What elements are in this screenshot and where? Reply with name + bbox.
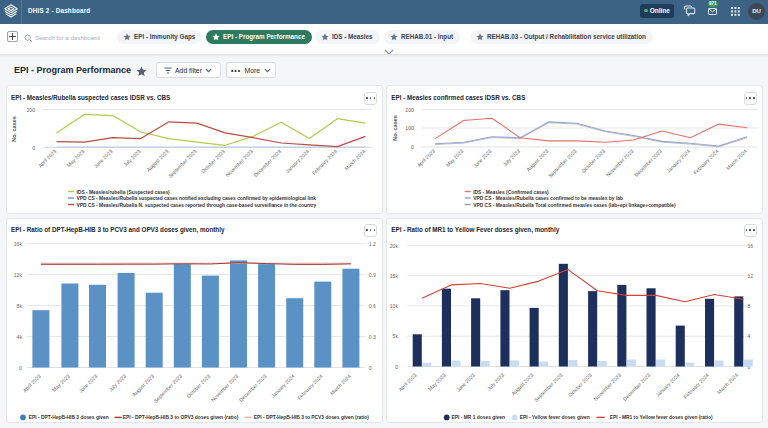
svg-text:December 2023: December 2023 [252,148,282,178]
svg-text:July 2023: July 2023 [486,371,506,391]
svg-text:May 2023: May 2023 [445,148,465,168]
svg-text:16: 16 [748,242,754,248]
svg-text:April 2023: April 2023 [21,372,42,393]
svg-text:0: 0 [411,144,414,150]
svg-text:April 2023: April 2023 [37,148,58,169]
svg-text:February 2024: February 2024 [311,148,339,176]
svg-text:0.6: 0.6 [369,302,376,308]
svg-text:5k: 5k [393,333,399,339]
svg-text:VPD CS - Measles/Rubella N. su: VPD CS - Measles/Rubella N. suspected ca… [77,203,317,208]
svg-text:VPD CS - Measles/Rubella suspe: VPD CS - Measles/Rubella suspected cases… [77,196,317,201]
svg-text:August 2023: August 2023 [131,372,156,397]
svg-text:September 2023: September 2023 [167,148,198,179]
svg-text:July 2023: July 2023 [107,372,127,392]
svg-text:VPD CS - Measles/Rubella Total: VPD CS - Measles/Rubella Total confirmed… [473,203,676,208]
svg-text:December 2023: December 2023 [622,371,652,401]
svg-text:November 2023: November 2023 [210,372,240,402]
svg-text:4k: 4k [17,333,23,339]
svg-text:March 2024: March 2024 [343,148,366,171]
svg-text:0.9: 0.9 [369,271,376,277]
svg-text:20k: 20k [390,242,399,248]
svg-text:October 2023: October 2023 [567,371,593,397]
svg-text:15k: 15k [390,272,399,278]
svg-text:March 2024: March 2024 [725,148,748,171]
svg-text:EPI - Yellow fever doses given: EPI - Yellow fever doses given [520,415,590,420]
svg-text:16k: 16k [14,240,23,246]
svg-text:October 2023: October 2023 [200,148,226,174]
svg-text:March 2024: March 2024 [716,371,739,394]
svg-text:November 2023: November 2023 [605,148,635,178]
svg-text:8: 8 [748,303,751,309]
svg-text:January 2024: January 2024 [666,148,692,174]
svg-text:February 2024: February 2024 [692,148,720,176]
svg-text:No. cases: No. cases [11,116,17,142]
svg-text:12k: 12k [14,271,23,277]
svg-text:November 2023: November 2023 [224,148,254,178]
svg-text:January 2024: January 2024 [655,371,681,397]
svg-text:0: 0 [32,145,35,151]
svg-text:July 2023: July 2023 [122,148,142,168]
svg-text:IDS - Measles (Confirmed cases: IDS - Measles (Confirmed cases) [473,190,549,195]
svg-text:0: 0 [395,363,398,369]
svg-text:200: 200 [406,107,415,113]
svg-text:June 2023: June 2023 [77,372,98,393]
svg-text:December 2023: December 2023 [238,372,268,402]
svg-text:June 2023: June 2023 [93,148,114,169]
svg-text:June 2023: June 2023 [472,148,493,169]
svg-text:December 2023: December 2023 [633,148,663,178]
svg-text:0: 0 [369,364,372,370]
svg-text:January 2024: January 2024 [284,148,310,174]
svg-text:EPI - DPT-HepB-HIB 3 doses giv: EPI - DPT-HepB-HIB 3 doses given [29,415,109,420]
svg-text:No. cases: No. cases [392,115,398,141]
svg-text:August 2023: August 2023 [510,371,535,396]
svg-text:4: 4 [748,333,751,339]
svg-text:May 2023: May 2023 [427,371,447,391]
svg-text:September 2023: September 2023 [547,148,578,179]
svg-text:10k: 10k [390,303,399,309]
svg-text:February 2024: February 2024 [296,372,324,400]
svg-text:May 2023: May 2023 [51,372,71,392]
svg-text:0: 0 [19,364,22,370]
svg-text:12: 12 [748,272,754,278]
svg-text:VPD CS - Measles/Rubella cases: VPD CS - Measles/Rubella cases confirmed… [473,196,623,201]
svg-text:January 2024: January 2024 [270,372,296,398]
svg-text:August 2023: August 2023 [145,148,170,173]
svg-text:0.3: 0.3 [369,333,376,339]
svg-text:September 2023: September 2023 [533,371,564,402]
svg-text:8k: 8k [17,302,23,308]
svg-text:EPI - DPT-HepB-HIB 3 to PCV3 d: EPI - DPT-HepB-HIB 3 to PCV3 doses given… [254,415,370,420]
svg-text:IDS - Measles/rubella (Suspect: IDS - Measles/rubella (Suspected cases) [77,190,171,195]
svg-text:February 2024: February 2024 [683,371,711,399]
svg-text:October 2023: October 2023 [185,372,211,398]
svg-text:July 2023: July 2023 [502,148,522,168]
svg-text:September 2023: September 2023 [152,372,183,403]
svg-text:June 2023: June 2023 [455,371,476,392]
svg-text:100: 100 [406,125,415,131]
svg-text:October 2023: October 2023 [580,148,606,174]
svg-text:May 2023: May 2023 [65,148,85,168]
svg-text:March 2024: March 2024 [329,372,352,395]
svg-text:August 2023: August 2023 [525,148,550,173]
svg-text:April 2023: April 2023 [397,371,418,392]
svg-text:200: 200 [27,107,36,113]
svg-text:April 2023: April 2023 [416,148,437,169]
svg-text:1.2: 1.2 [369,240,376,246]
svg-text:November 2023: November 2023 [593,371,623,401]
svg-text:EPI - MR1 to Yellow fever dose: EPI - MR1 to Yellow fever doses given (r… [610,415,713,420]
svg-text:EPI - MR 1 doses given: EPI - MR 1 doses given [452,415,506,420]
svg-text:EPI - DPT-HepB-HIB 3 to OPV3 d: EPI - DPT-HepB-HIB 3 to OPV3 doses given… [123,415,239,420]
